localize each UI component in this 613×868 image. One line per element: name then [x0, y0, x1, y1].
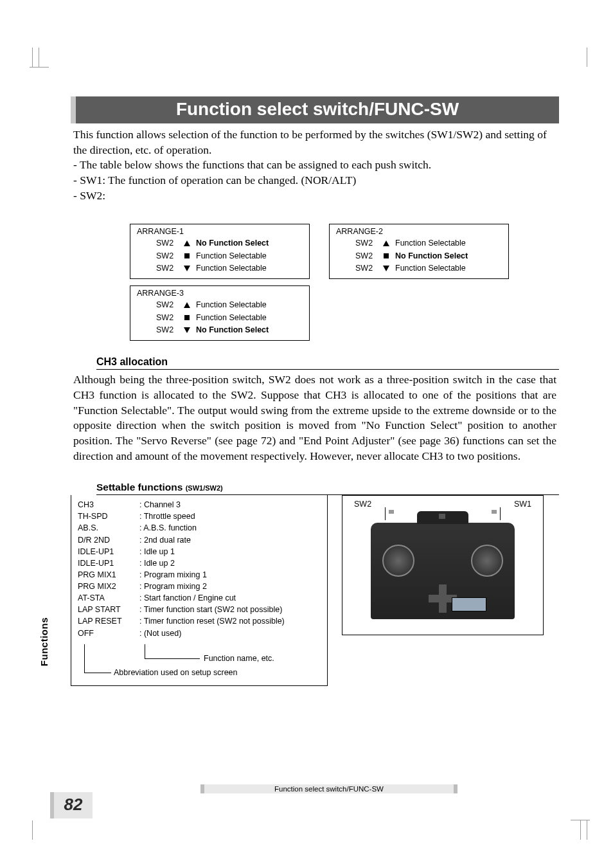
sw-label: SW2	[156, 312, 178, 324]
func-abbr: LAP START	[78, 604, 139, 615]
triangle-up-icon	[382, 240, 390, 246]
transmitter-diagram: SW2 SW1	[342, 495, 544, 635]
sw-label: SW2	[156, 262, 178, 275]
arrange-text: Function Selectable	[395, 237, 466, 249]
func-desc: : A.B.S. function	[139, 522, 197, 534]
triangle-down-icon	[382, 266, 390, 271]
arrange-box-3: ARRANGE-3 SW2Function Selectable SW2Func…	[130, 285, 310, 341]
triangle-up-icon	[183, 302, 191, 308]
sw-label: SW2	[355, 250, 377, 262]
func-desc: : 2nd dual rate	[139, 534, 191, 546]
arrange-text: Function Selectable	[395, 262, 466, 275]
func-abbr: IDLE-UP1	[78, 546, 139, 557]
diagram-label-sw2: SW2	[354, 500, 371, 509]
arrange-title: ARRANGE-3	[137, 289, 303, 298]
func-abbr: PRG MIX1	[78, 569, 139, 581]
arrange-title: ARRANGE-1	[137, 227, 303, 236]
legend: Function name, etc. Abbreviation used on…	[78, 646, 321, 679]
triangle-down-icon	[183, 266, 191, 271]
func-abbr: IDLE-UP1	[78, 557, 139, 569]
sw-label: SW2	[156, 250, 178, 262]
arrange-text: Function Selectable	[196, 312, 267, 324]
settable-functions-box: CH3: Channel 3 TH-SPD: Throttle speed AB…	[71, 495, 328, 686]
square-icon	[183, 253, 191, 258]
ch3-heading: CH3 allocation	[96, 356, 559, 370]
intro-line: - SW2:	[73, 188, 556, 204]
sw-label: SW2	[156, 299, 178, 311]
arrange-text: No Function Select	[395, 250, 468, 262]
diagram-label-sw1: SW1	[514, 500, 531, 509]
square-icon	[382, 253, 390, 258]
crop-mark	[32, 820, 33, 840]
arrange-text: Function Selectable	[196, 262, 267, 275]
intro-line: - SW1: The function of operation can be …	[73, 173, 556, 188]
intro-line: This function allows selection of the fu…	[73, 127, 556, 158]
crop-mark	[587, 48, 587, 67]
arrange-text: Function Selectable	[196, 299, 267, 311]
arrange-title: ARRANGE-2	[336, 227, 502, 236]
page-title: Function select switch/FUNC-SW	[71, 96, 559, 123]
radio-illustration	[371, 523, 515, 619]
arrange-box-1: ARRANGE-1 SW2No Function Select SW2Funct…	[130, 224, 310, 279]
func-desc: : Program mixing 2	[139, 581, 207, 592]
func-abbr: D/R 2ND	[78, 534, 139, 546]
func-desc: : Program mixing 1	[139, 569, 207, 581]
func-abbr: AB.S.	[78, 522, 139, 534]
ch3-body: Although being the three-position switch…	[71, 372, 559, 464]
sw-label: SW2	[156, 237, 178, 249]
func-desc: : Timer function start (SW2 not possible…	[139, 604, 282, 615]
intro-text: This function allows selection of the fu…	[71, 127, 559, 203]
func-abbr: LAP RESET	[78, 615, 139, 627]
func-abbr: CH3	[78, 499, 139, 511]
func-desc: : Idle up 1	[139, 546, 175, 557]
sw-label: SW2	[156, 324, 178, 336]
arrange-text: No Function Select	[196, 324, 269, 336]
arrange-text: No Function Select	[196, 237, 269, 249]
sw-label: SW2	[355, 237, 377, 249]
triangle-up-icon	[183, 240, 191, 246]
intro-line: - The table below shows the functions th…	[73, 158, 556, 173]
settable-heading-main: Settable functions	[96, 482, 182, 493]
func-desc: : Idle up 2	[139, 557, 175, 569]
arrange-box-2: ARRANGE-2 SW2Function Selectable SW2No F…	[329, 224, 509, 279]
footer-label: Function select switch/FUNC-SW	[200, 784, 458, 793]
legend-left: Abbreviation used on setup screen	[114, 668, 238, 677]
crop-mark	[568, 820, 587, 840]
func-abbr: OFF	[78, 628, 139, 639]
sw-label: SW2	[355, 262, 377, 275]
func-abbr: PRG MIX2	[78, 581, 139, 592]
func-desc: : (Not used)	[139, 628, 181, 639]
func-desc: : Throttle speed	[139, 511, 195, 522]
func-desc: : Channel 3	[139, 499, 181, 511]
func-desc: : Start fanction / Engine cut	[139, 592, 236, 604]
arrange-text: Function Selectable	[196, 250, 267, 262]
side-tab: Functions	[39, 617, 49, 666]
func-desc: : Timer function reset (SW2 not possible…	[139, 615, 285, 627]
crop-mark	[32, 48, 48, 67]
settable-heading-suffix: (SW1/SW2)	[186, 484, 223, 492]
square-icon	[183, 315, 191, 320]
settable-heading: Settable functions (SW1/SW2)	[96, 482, 559, 495]
page-number: 82	[50, 792, 93, 818]
func-abbr: TH-SPD	[78, 511, 139, 522]
legend-right: Function name, etc.	[204, 654, 274, 663]
func-abbr: AT-STA	[78, 592, 139, 604]
triangle-down-icon	[183, 327, 191, 333]
